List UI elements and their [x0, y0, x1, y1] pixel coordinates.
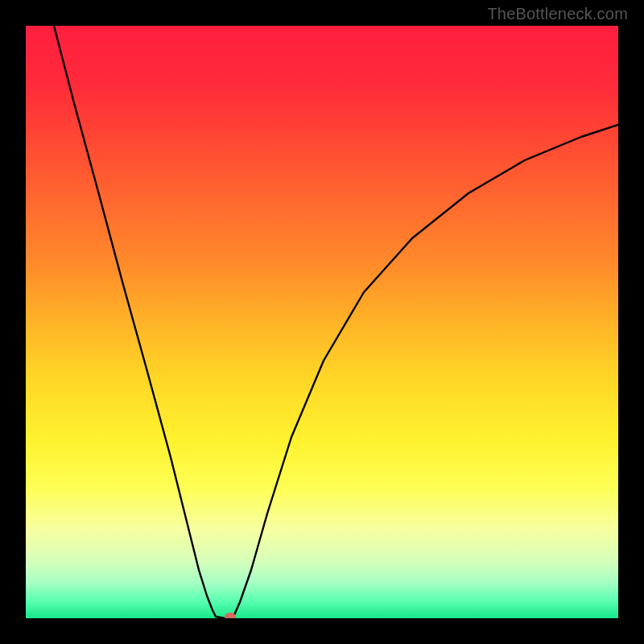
chart-background	[26, 26, 618, 618]
bottleneck-chart	[26, 26, 618, 618]
watermark-label: TheBottleneck.com	[487, 5, 628, 23]
chart-frame	[26, 26, 618, 618]
